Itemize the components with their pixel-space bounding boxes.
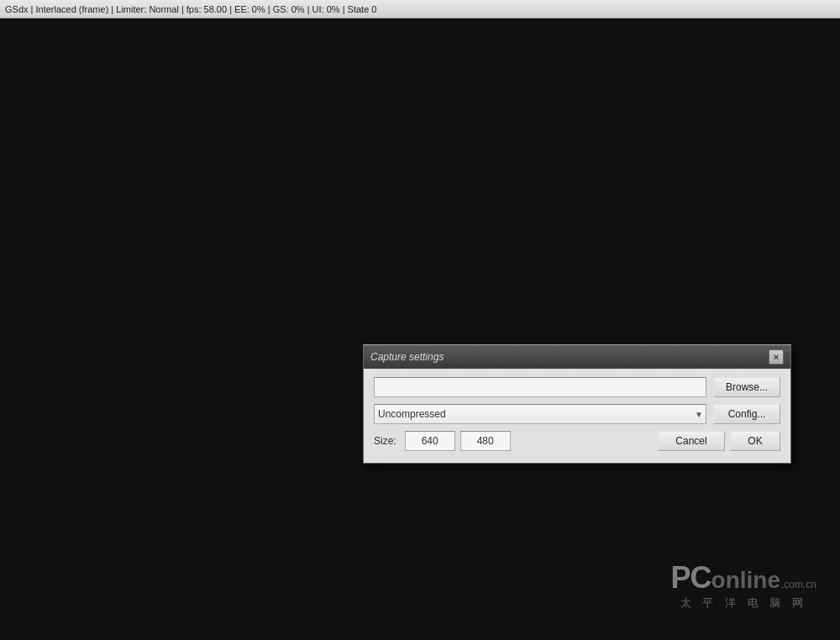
dialog-overlay: Capture settings × Browse...	[0, 18, 840, 640]
cancel-button[interactable]: Cancel	[658, 431, 725, 451]
dialog-close-button[interactable]: ×	[769, 349, 784, 365]
codec-select[interactable]: Uncompressed	[374, 404, 706, 424]
watermark-online: online	[711, 567, 780, 594]
title-bar: GSdx | Interlaced (frame) | Limiter: Nor…	[0, 0, 840, 18]
dialog-titlebar: Capture settings ×	[364, 345, 790, 369]
dialog-title: Capture settings	[370, 351, 444, 363]
watermark-pc: PC	[671, 560, 711, 595]
watermark-dotcom: .com.cn	[781, 579, 816, 590]
watermark: PC online .com.cn 太 平 洋 电 脑 网	[671, 560, 816, 611]
codec-select-wrapper: Uncompressed ▼	[374, 404, 706, 424]
width-input[interactable]	[405, 431, 455, 451]
codec-row: Uncompressed ▼ Config...	[374, 404, 780, 424]
title-bar-text: GSdx | Interlaced (frame) | Limiter: Nor…	[5, 4, 376, 14]
browse-button[interactable]: Browse...	[713, 377, 780, 397]
ok-button[interactable]: OK	[730, 431, 780, 451]
height-input[interactable]	[460, 431, 511, 451]
watermark-logo: PC online .com.cn	[671, 560, 816, 595]
filepath-row: Browse...	[374, 377, 780, 397]
size-row: Size: Cancel OK	[374, 431, 780, 451]
capture-settings-dialog: Capture settings × Browse...	[363, 344, 791, 464]
config-button[interactable]: Config...	[713, 404, 780, 424]
filepath-input[interactable]	[374, 377, 706, 397]
main-area: Capture settings × Browse...	[0, 18, 840, 640]
size-label: Size:	[374, 435, 396, 447]
close-icon: ×	[774, 352, 779, 362]
watermark-chinese: 太 平 洋 电 脑 网	[680, 595, 807, 611]
dialog-body: Browse... Uncompressed ▼ Config...	[364, 369, 790, 463]
